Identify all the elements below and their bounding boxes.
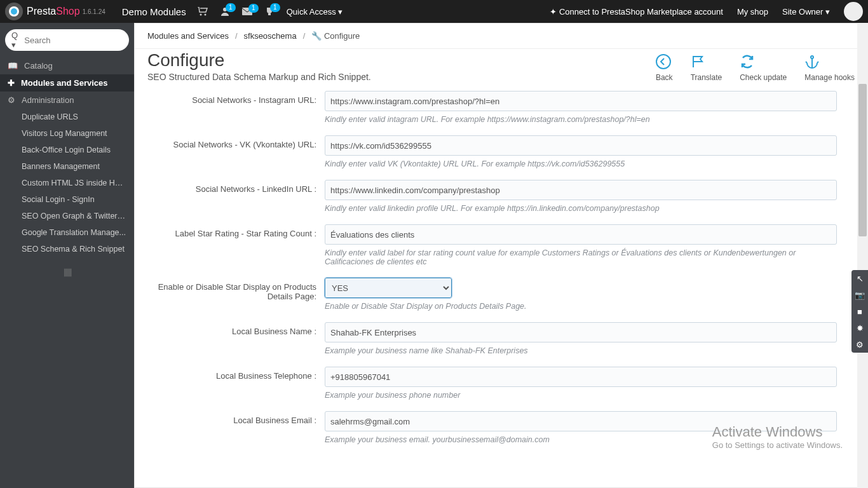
brand-text: PrestaShop <box>27 6 80 17</box>
logo[interactable]: PrestaShop 1.6.1.24 <box>0 3 111 20</box>
shop-name[interactable]: Demo Modules <box>122 6 186 17</box>
messages-badge: 1 <box>248 4 259 13</box>
my-shop-link[interactable]: My shop <box>737 7 768 17</box>
topbar: PrestaShop 1.6.1.24 Demo Modules 1 1 1 Q… <box>0 0 868 23</box>
svg-point-2 <box>200 14 201 16</box>
trophy-icon[interactable]: 1 <box>265 7 274 16</box>
logo-icon <box>5 3 23 20</box>
trophy-badge: 1 <box>270 3 280 12</box>
orders-badge: 1 <box>226 3 236 12</box>
cart-icon[interactable] <box>198 7 208 16</box>
svg-rect-6 <box>268 13 271 15</box>
envelope-icon[interactable]: 1 <box>242 8 252 15</box>
header-icons: 1 1 1 <box>198 7 274 16</box>
site-owner-dropdown[interactable]: Site Owner ▾ <box>782 7 830 17</box>
svg-point-1 <box>11 8 17 15</box>
person-icon[interactable]: 1 <box>220 7 229 16</box>
avatar[interactable] <box>844 2 863 21</box>
header-right: ✦ Connect to PrestaShop Marketplace acco… <box>550 2 868 21</box>
svg-point-3 <box>204 14 206 16</box>
marketplace-connect[interactable]: ✦ Connect to PrestaShop Marketplace acco… <box>550 7 723 17</box>
version-label: 1.6.1.24 <box>83 8 105 15</box>
quick-access-dropdown[interactable]: Quick Access ▾ <box>287 7 343 17</box>
